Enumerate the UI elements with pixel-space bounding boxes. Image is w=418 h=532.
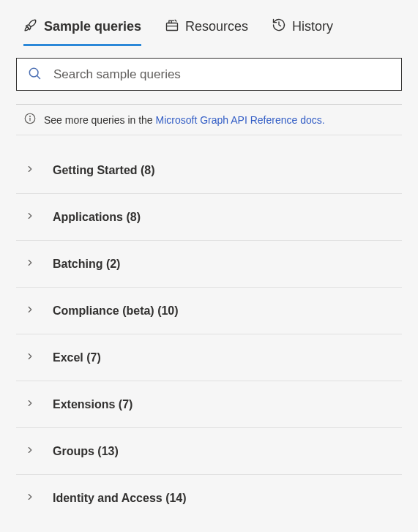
search-icon [27, 66, 42, 83]
history-icon [272, 18, 286, 36]
category-row[interactable]: Excel (7) [16, 334, 402, 381]
category-label: Excel (7) [53, 351, 101, 364]
info-prefix: See more queries in the [44, 114, 156, 126]
svg-rect-0 [167, 23, 178, 31]
category-row[interactable]: Batching (2) [16, 241, 402, 288]
info-icon [23, 112, 37, 127]
search-box[interactable] [16, 58, 402, 91]
chevron-right-icon [25, 351, 35, 364]
tabs-bar: Sample queries Resources [16, 6, 402, 45]
info-text: See more queries in the Microsoft Graph … [44, 114, 325, 126]
category-row[interactable]: Applications (8) [16, 194, 402, 241]
category-row[interactable]: Groups (13) [16, 428, 402, 475]
category-row[interactable]: Extensions (7) [16, 381, 402, 428]
category-row[interactable]: Compliance (beta) (10) [16, 288, 402, 334]
chevron-right-icon [25, 445, 35, 458]
chevron-right-icon [25, 258, 35, 271]
chevron-right-icon [25, 211, 35, 224]
tab-label: Resources [185, 19, 248, 34]
category-label: Getting Started (8) [53, 164, 155, 177]
info-bar: See more queries in the Microsoft Graph … [16, 105, 402, 135]
category-list: Getting Started (8) Applications (8) Bat… [16, 147, 402, 522]
chevron-right-icon [25, 164, 35, 177]
category-row[interactable]: Identity and Access (14) [16, 475, 402, 522]
category-label: Batching (2) [53, 258, 120, 271]
search-input[interactable] [53, 67, 391, 82]
chevron-right-icon [25, 398, 35, 411]
tab-label: Sample queries [44, 19, 141, 34]
tab-history[interactable]: History [272, 18, 333, 45]
chevron-right-icon [25, 492, 35, 505]
category-row[interactable]: Getting Started (8) [16, 147, 402, 194]
tab-label: History [292, 19, 333, 34]
chevron-right-icon [25, 304, 35, 318]
rocket-icon [23, 18, 38, 36]
svg-line-2 [37, 75, 40, 78]
category-label: Applications (8) [53, 211, 141, 224]
category-label: Compliance (beta) (10) [53, 304, 179, 318]
category-label: Groups (13) [53, 445, 119, 458]
resources-icon [165, 18, 179, 36]
svg-point-5 [30, 116, 31, 117]
tab-sample-queries[interactable]: Sample queries [23, 18, 141, 45]
info-link[interactable]: Microsoft Graph API Reference docs. [156, 114, 325, 126]
category-label: Identity and Access (14) [53, 492, 187, 505]
tab-resources[interactable]: Resources [165, 18, 248, 45]
category-label: Extensions (7) [53, 398, 133, 411]
